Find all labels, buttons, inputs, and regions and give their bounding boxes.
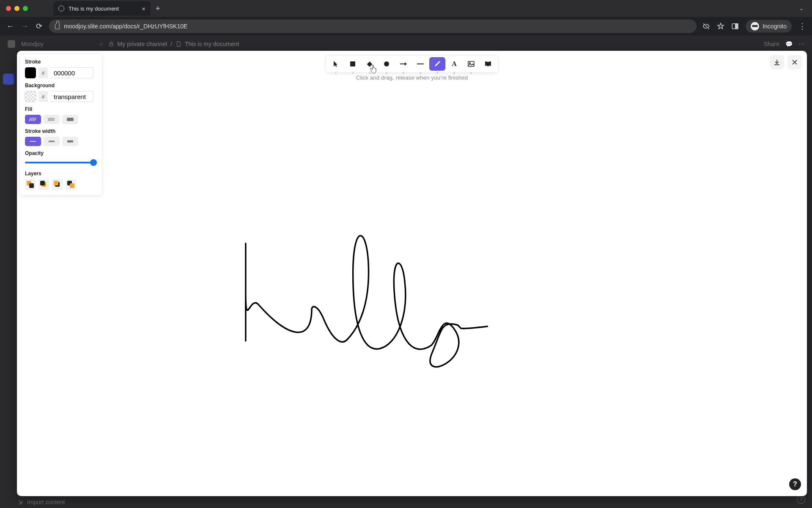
tool-idx: 2 xyxy=(352,71,354,75)
tab-title: This is my document xyxy=(69,6,119,12)
lock-small-icon xyxy=(108,41,114,47)
bring-forward-button[interactable] xyxy=(52,179,63,190)
tool-rectangle-button[interactable]: 2 xyxy=(345,57,361,71)
eye-off-icon[interactable] xyxy=(702,22,710,30)
doc-icon xyxy=(176,41,181,47)
close-tab-icon[interactable]: × xyxy=(142,5,145,12)
help-fab-label: ? xyxy=(793,480,797,488)
breadcrumb: My private channel / This is my document xyxy=(108,41,239,47)
send-to-back-button[interactable] xyxy=(25,179,36,190)
hash-label: # xyxy=(38,67,48,78)
reload-button[interactable]: ⟳ xyxy=(35,22,43,31)
fill-cross-button[interactable] xyxy=(44,115,60,124)
drawing-toolbar: 1 2 3 4 5 6 7 A 8 xyxy=(326,55,498,73)
bookmark-star-icon[interactable] xyxy=(717,22,724,30)
tool-draw-button[interactable]: 7 xyxy=(429,57,445,71)
strokewidth-thin-button[interactable] xyxy=(25,137,41,146)
close-canvas-button[interactable] xyxy=(787,55,802,69)
opacity-slider[interactable] xyxy=(25,159,97,166)
stroke-heading: Stroke xyxy=(25,59,97,65)
background-value-input[interactable] xyxy=(50,91,93,102)
svg-point-13 xyxy=(469,63,470,64)
svg-point-9 xyxy=(384,61,389,66)
send-backward-button[interactable] xyxy=(38,179,49,190)
strokewidth-med-button[interactable] xyxy=(44,137,60,146)
svg-rect-1 xyxy=(735,24,738,29)
shape-options-panel: Stroke # Background # Fill xyxy=(19,53,102,196)
sidepanel-icon[interactable] xyxy=(731,22,739,30)
background-heading: Background xyxy=(25,83,97,88)
strokewidth-heading: Stroke width xyxy=(25,128,97,134)
drawing-canvas-modal: Stroke # Background # Fill xyxy=(17,51,807,496)
fill-solid-button[interactable] xyxy=(62,115,78,124)
svg-rect-3 xyxy=(67,118,74,121)
back-button[interactable]: ← xyxy=(6,22,14,31)
tool-image-button[interactable]: 9 xyxy=(463,57,479,71)
share-button: Share xyxy=(764,41,779,47)
fill-hachure-button[interactable] xyxy=(25,115,41,124)
tool-text-button[interactable]: A 8 xyxy=(446,57,462,71)
forward-button[interactable]: → xyxy=(20,22,29,31)
app-brand: Moodjoy xyxy=(21,41,44,47)
stroke-hex-input[interactable] xyxy=(50,67,93,78)
svg-rect-7 xyxy=(350,61,355,66)
globe-icon xyxy=(58,6,64,11)
toolbar-hint: Click and drag, release when you're fini… xyxy=(356,75,468,81)
app-sidebar xyxy=(0,52,17,508)
strokewidth-thick-button[interactable] xyxy=(62,137,78,146)
incognito-icon xyxy=(751,22,759,30)
tool-ellipse-button[interactable]: 4 xyxy=(379,57,395,71)
tool-idx: 9 xyxy=(470,71,472,75)
tool-diamond-button[interactable]: 3 xyxy=(362,57,378,71)
stroke-color-swatch[interactable] xyxy=(25,67,36,78)
hash-label-2: # xyxy=(38,91,48,102)
browser-tab[interactable]: This is my document × xyxy=(53,1,151,16)
incognito-label: Incognito xyxy=(763,23,787,30)
window-controls[interactable] xyxy=(6,6,28,11)
close-window-icon[interactable] xyxy=(6,6,11,11)
download-button[interactable] xyxy=(770,55,784,69)
tool-idx: 1 xyxy=(335,71,337,75)
app-logo xyxy=(8,40,15,48)
browser-menu-button[interactable]: ⋮ xyxy=(798,22,806,31)
address-bar[interactable]: moodjoy.slite.com/app/docs/r_DHzUYfHSK10… xyxy=(49,19,697,33)
tool-arrow-button[interactable]: 5 xyxy=(395,57,411,71)
lock-icon xyxy=(55,24,60,29)
opacity-heading: Opacity xyxy=(25,150,97,156)
background-color-swatch[interactable] xyxy=(25,91,36,102)
layers-heading: Layers xyxy=(25,171,97,177)
incognito-badge[interactable]: Incognito xyxy=(746,20,792,33)
canvas-drawing[interactable] xyxy=(17,51,807,496)
app-help-icon: ? xyxy=(797,495,805,504)
svg-rect-8 xyxy=(367,61,373,67)
minimize-window-icon[interactable] xyxy=(14,6,19,11)
new-tab-button[interactable]: + xyxy=(156,4,160,13)
fill-heading: Fill xyxy=(25,106,97,112)
svg-rect-2 xyxy=(110,44,113,46)
breadcrumb-channel: My private channel xyxy=(118,41,167,47)
help-fab-button[interactable]: ? xyxy=(789,478,801,490)
tool-select-button[interactable]: 1 xyxy=(328,57,344,71)
tool-library-button[interactable] xyxy=(480,57,496,71)
breadcrumb-doc: This is my document xyxy=(185,41,239,47)
maximize-window-icon[interactable] xyxy=(23,6,28,11)
tabs-chevron-icon[interactable]: ⌄ xyxy=(799,6,806,11)
import-content-row: ⇲ Import content xyxy=(18,499,65,505)
import-label: Import content xyxy=(27,499,65,505)
url-text: moodjoy.slite.com/app/docs/r_DHzUYfHSK10… xyxy=(64,23,187,30)
bring-to-front-button[interactable] xyxy=(66,179,77,190)
tool-line-button[interactable]: 6 xyxy=(412,57,428,71)
